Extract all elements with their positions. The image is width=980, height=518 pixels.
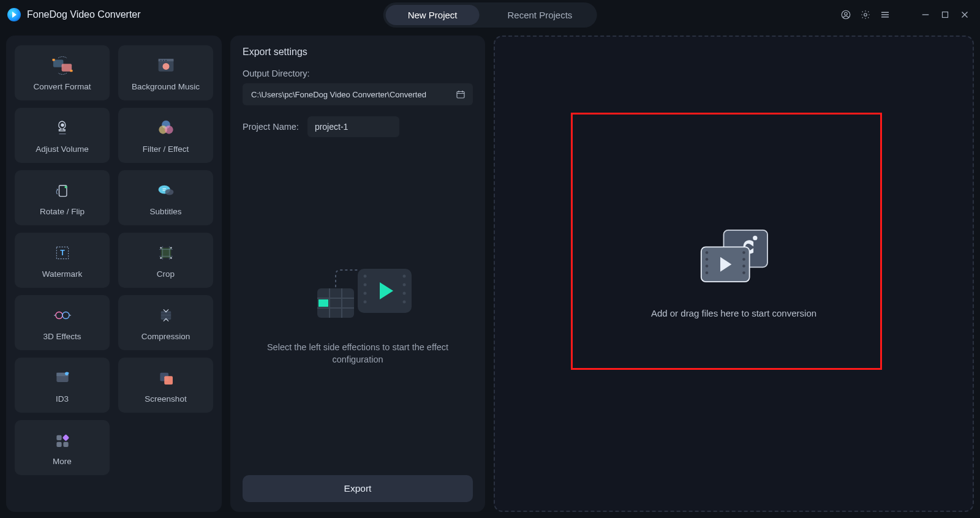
svg-point-51 bbox=[403, 300, 406, 303]
crop-icon bbox=[153, 242, 179, 263]
svg-point-29 bbox=[56, 312, 62, 318]
tool-rotate-flip[interactable]: Rotate / Flip bbox=[15, 170, 110, 225]
svg-rect-39 bbox=[62, 434, 69, 441]
drop-zone-panel[interactable]: Add or drag files here to start conversi… bbox=[494, 36, 974, 512]
svg-point-44 bbox=[364, 274, 367, 277]
watermark-icon: T bbox=[49, 242, 76, 263]
tool-label: Screenshot bbox=[145, 394, 186, 404]
tool-compression[interactable]: Compression bbox=[118, 295, 213, 350]
output-directory-label: Output Directory: bbox=[243, 69, 473, 78]
highlight-annotation bbox=[571, 113, 882, 370]
svg-point-25 bbox=[160, 247, 162, 249]
project-tabs: New Project Recent Projects bbox=[383, 2, 597, 28]
tool-label: More bbox=[53, 457, 72, 466]
tool-label: ID3 bbox=[56, 394, 69, 404]
close-button[interactable] bbox=[959, 9, 970, 20]
tool-label: Crop bbox=[157, 269, 175, 279]
window-controls bbox=[840, 9, 970, 20]
svg-point-13 bbox=[165, 59, 167, 61]
maximize-button[interactable] bbox=[940, 9, 951, 20]
svg-point-28 bbox=[170, 257, 172, 258]
filter-effect-icon bbox=[153, 118, 179, 138]
svg-point-45 bbox=[364, 283, 367, 286]
tool-screenshot[interactable]: Screenshot bbox=[118, 358, 213, 413]
svg-rect-53 bbox=[318, 299, 328, 307]
tab-recent-projects[interactable]: Recent Projects bbox=[485, 5, 594, 25]
convert-format-icon bbox=[49, 55, 76, 76]
tools-panel: Convert Format Background Music Adjust V… bbox=[6, 36, 222, 512]
svg-point-19 bbox=[64, 186, 67, 188]
tool-label: Rotate / Flip bbox=[40, 207, 85, 216]
more-icon bbox=[49, 430, 76, 451]
svg-point-10 bbox=[162, 62, 169, 69]
browse-folder-icon[interactable] bbox=[453, 87, 468, 102]
tab-new-project[interactable]: New Project bbox=[386, 5, 480, 25]
svg-point-14 bbox=[61, 123, 64, 127]
svg-point-46 bbox=[364, 291, 367, 295]
svg-rect-6 bbox=[52, 59, 55, 61]
svg-rect-7 bbox=[70, 69, 72, 71]
svg-rect-42 bbox=[457, 92, 464, 99]
svg-point-2 bbox=[864, 13, 867, 17]
adjust-volume-icon bbox=[49, 118, 76, 138]
svg-rect-40 bbox=[56, 441, 61, 446]
tool-label: 3D Effects bbox=[43, 332, 81, 341]
svg-point-50 bbox=[403, 291, 406, 295]
tool-more[interactable]: More bbox=[15, 420, 110, 475]
account-icon[interactable] bbox=[840, 9, 851, 20]
svg-rect-3 bbox=[943, 12, 948, 18]
tool-label: Adjust Volume bbox=[36, 145, 88, 154]
svg-point-21 bbox=[165, 189, 173, 195]
tool-subtitles[interactable]: Subtitles bbox=[118, 170, 213, 225]
tool-label: Subtitles bbox=[150, 207, 182, 216]
project-name-input[interactable] bbox=[307, 116, 399, 137]
title-bar: FoneDog Video Converter New Project Rece… bbox=[0, 0, 980, 29]
menu-icon[interactable] bbox=[880, 9, 891, 20]
brand: FoneDog Video Converter bbox=[7, 8, 141, 21]
tool-watermark[interactable]: T Watermark bbox=[15, 233, 110, 288]
tool-convert-format[interactable]: Convert Format bbox=[15, 45, 110, 100]
svg-point-49 bbox=[403, 283, 406, 286]
tool-background-music[interactable]: Background Music bbox=[118, 45, 213, 100]
svg-point-17 bbox=[164, 125, 173, 133]
effect-config-placeholder: Select the left side effections to start… bbox=[243, 145, 473, 475]
svg-point-27 bbox=[160, 257, 162, 258]
svg-point-47 bbox=[364, 300, 367, 303]
svg-rect-37 bbox=[164, 376, 173, 385]
id3-icon bbox=[49, 367, 76, 388]
export-button[interactable]: Export bbox=[243, 475, 473, 502]
svg-point-11 bbox=[160, 59, 161, 61]
effect-illustration-icon bbox=[296, 254, 419, 328]
output-directory-field[interactable]: C:\Users\pc\FoneDog Video Converter\Conv… bbox=[243, 83, 473, 105]
svg-point-1 bbox=[845, 12, 848, 15]
three-d-icon bbox=[49, 305, 76, 326]
tool-3d-effects[interactable]: 3D Effects bbox=[15, 295, 110, 350]
tool-label: Compression bbox=[141, 332, 190, 341]
output-directory-value: C:\Users\pc\FoneDog Video Converter\Conv… bbox=[251, 90, 426, 99]
tool-label: Background Music bbox=[132, 82, 200, 91]
screenshot-icon bbox=[153, 367, 179, 388]
settings-gear-icon[interactable] bbox=[860, 9, 871, 20]
tool-adjust-volume[interactable]: Adjust Volume bbox=[15, 108, 110, 163]
svg-point-48 bbox=[403, 274, 406, 277]
main-content: Convert Format Background Music Adjust V… bbox=[0, 29, 980, 518]
export-settings-title: Export settings bbox=[243, 47, 473, 58]
svg-point-12 bbox=[162, 59, 164, 61]
rotate-flip-icon bbox=[49, 180, 76, 201]
spacer bbox=[899, 9, 911, 20]
minimize-button[interactable] bbox=[920, 9, 931, 20]
tool-filter-effect[interactable]: Filter / Effect bbox=[118, 108, 213, 163]
tool-id3[interactable]: ID3 bbox=[15, 358, 110, 413]
svg-rect-38 bbox=[56, 435, 61, 440]
export-settings-panel: Export settings Output Directory: C:\Use… bbox=[230, 36, 485, 512]
svg-point-30 bbox=[62, 312, 69, 318]
svg-text:T: T bbox=[60, 249, 65, 257]
tool-label: Watermark bbox=[42, 269, 83, 279]
project-name-label: Project Name: bbox=[243, 122, 299, 132]
compression-icon bbox=[153, 305, 179, 326]
effect-instruction-text: Select the left side effections to start… bbox=[260, 341, 456, 366]
background-music-icon bbox=[153, 55, 179, 76]
tool-label: Convert Format bbox=[34, 82, 91, 91]
tool-label: Filter / Effect bbox=[143, 145, 189, 154]
tool-crop[interactable]: Crop bbox=[118, 233, 213, 288]
